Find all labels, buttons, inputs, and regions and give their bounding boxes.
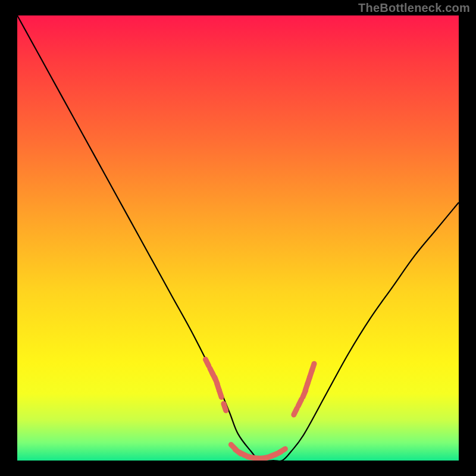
data-marker <box>217 384 220 390</box>
data-marker <box>305 384 308 390</box>
marker-group <box>205 359 314 458</box>
data-marker <box>294 408 297 415</box>
chart-svg <box>17 15 459 461</box>
data-marker <box>261 458 268 459</box>
data-marker <box>239 452 246 455</box>
data-marker <box>248 457 255 458</box>
data-marker <box>205 359 208 366</box>
data-marker <box>235 449 241 453</box>
data-marker <box>224 404 226 411</box>
data-marker <box>212 373 215 380</box>
data-marker <box>303 390 306 397</box>
data-marker <box>279 449 285 452</box>
data-marker <box>215 377 217 384</box>
data-marker <box>265 456 272 458</box>
data-marker <box>270 454 277 456</box>
data-marker <box>243 455 250 457</box>
data-marker <box>274 452 281 455</box>
chart-frame: TheBottleneck.com <box>0 0 476 476</box>
plot-area <box>17 15 459 461</box>
data-marker <box>231 444 236 450</box>
data-marker <box>210 368 213 375</box>
data-marker <box>312 364 314 370</box>
data-marker <box>219 390 221 397</box>
watermark-text: TheBottleneck.com <box>358 1 470 15</box>
bottleneck-curve <box>17 15 459 461</box>
data-marker <box>310 370 312 377</box>
data-marker <box>308 377 310 384</box>
data-marker <box>298 399 301 406</box>
